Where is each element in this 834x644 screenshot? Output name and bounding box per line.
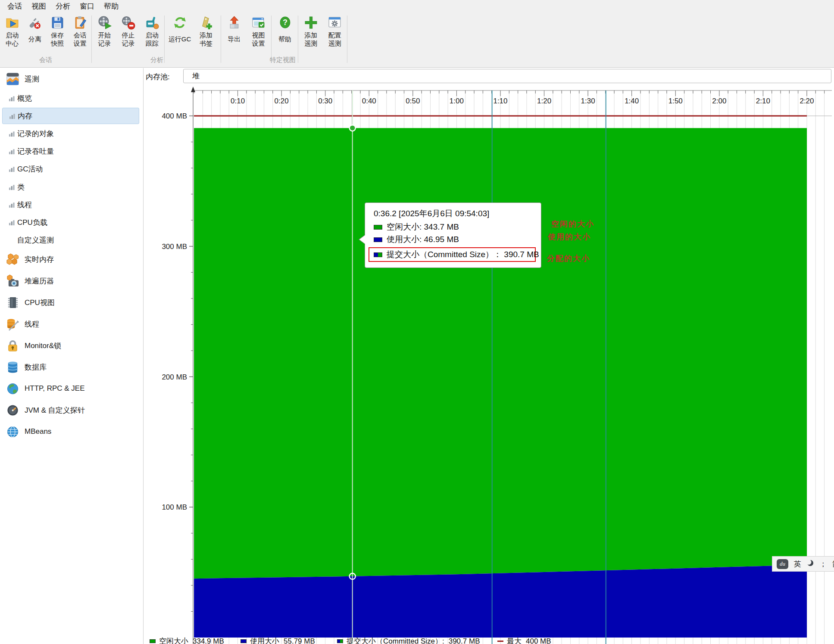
save-snapshot-icon <box>50 16 65 30</box>
menu-view[interactable]: 视图 <box>27 0 51 12</box>
legend-used: 使用大小55.79 MB <box>241 636 315 644</box>
run-gc-button[interactable]: 运行GC <box>168 15 191 43</box>
svg-text:2:20: 2:20 <box>800 97 814 105</box>
chart-bottom-legend: 空闲大小334.9 MB 使用大小55.79 MB 提交大小（Committed… <box>144 636 834 644</box>
sidebar-item-custom-telemetry[interactable]: 自定义遥测 <box>0 232 143 248</box>
run-gc-icon <box>173 16 187 30</box>
legend-max: 最大400 MB <box>497 636 551 644</box>
view-settings-button[interactable]: 视图设置 <box>247 15 270 47</box>
moon-icon[interactable] <box>807 560 814 569</box>
sidebar-item-cpu-views[interactable]: CPU视图 <box>0 294 143 311</box>
export-icon <box>227 16 241 30</box>
memory-pool-value: 堆 <box>192 72 200 80</box>
memory-pool-select[interactable]: 堆 <box>183 69 831 83</box>
annotation-free-size: 空闲的大小 <box>551 219 594 229</box>
stop-recording-icon <box>121 16 135 30</box>
free-size-swatch <box>374 225 382 230</box>
add-bookmark-label: 添加书签 <box>200 31 212 47</box>
ime-toolbar: du 英 ； 简 <box>772 556 834 572</box>
telemetry-icon <box>6 72 19 86</box>
start-tracking-button[interactable]: 启动跟踪 <box>141 15 164 47</box>
sidebar-item-label: JVM & 自定义探针 <box>25 405 85 415</box>
svg-text:1:50: 1:50 <box>668 97 683 105</box>
menu-help[interactable]: 帮助 <box>99 0 123 12</box>
sidebar-item-http-rpc-jee[interactable]: HTTP, RPC & JEE <box>0 380 143 397</box>
toolbar-divider <box>347 16 347 63</box>
sidebar-item-heap-walker[interactable]: 堆遍历器 <box>0 273 143 289</box>
baidu-ime-icon[interactable]: du <box>777 559 788 569</box>
memory-telemetry-chart[interactable]: 0:100:200:300:400:501:001:101:201:301:40… <box>144 86 834 644</box>
launch-center-icon <box>5 16 19 30</box>
sidebar-item-label: 自定义遥测 <box>17 235 54 245</box>
mini-bar-chart-icon <box>9 148 15 155</box>
sidebar-item-live-memory[interactable]: 实时内存 <box>0 251 143 268</box>
tooltip-free-size-row: 空闲大小: 343.7 MB <box>374 221 536 233</box>
sidebar-item-threads[interactable]: 线程 <box>0 316 143 332</box>
sidebar-item-memory[interactable]: 内存 <box>2 108 139 124</box>
svg-text:200 MB: 200 MB <box>162 373 187 381</box>
ime-punctuation-toggle[interactable]: ； <box>819 559 827 569</box>
session-settings-label: 会话设置 <box>74 31 87 47</box>
start-tracking-icon <box>145 16 159 30</box>
legend-committed-swatch <box>337 639 343 643</box>
ime-simplified-toggle[interactable]: 简 <box>832 559 834 569</box>
start-recording-button[interactable]: 开始记录 <box>93 15 116 47</box>
globe-icon <box>6 382 19 395</box>
svg-text:0:30: 0:30 <box>318 97 332 105</box>
session-settings-button[interactable]: 会话设置 <box>69 15 92 47</box>
legend-free-swatch <box>150 639 156 643</box>
ime-language-toggle[interactable]: 英 <box>794 559 801 569</box>
save-snapshot-button[interactable]: 保存快照 <box>46 15 69 47</box>
sidebar-item-recorded-objects[interactable]: 记录的对象 <box>0 125 143 142</box>
sidebar-item-recorded-throughput[interactable]: 记录吞吐量 <box>0 143 143 159</box>
annotation-allocated-size: 分配的大小 <box>547 253 590 264</box>
save-snapshot-label: 保存快照 <box>51 31 64 47</box>
svg-text:0:50: 0:50 <box>406 97 420 105</box>
launch-center-label: 启动中心 <box>6 31 19 47</box>
toolbar-group-0: 启动中心分离保存快照会话设置 <box>1 15 91 56</box>
configure-telemetry-button[interactable]: 配置遥测 <box>323 15 347 47</box>
sidebar-item-label: 记录的对象 <box>17 129 54 139</box>
menu-window[interactable]: 窗口 <box>75 0 99 12</box>
toolbar-group-1: 开始记录停止记录启动跟踪 <box>92 15 164 56</box>
menu-analyze[interactable]: 分析 <box>51 0 75 12</box>
sidebar-item-gc-activity[interactable]: GC活动 <box>0 161 143 177</box>
legend-committed: 提交大小（Committed Size）:390.7 MB <box>337 636 480 644</box>
view-settings-label: 视图设置 <box>252 31 265 47</box>
sidebar-item-label: 数据库 <box>25 362 47 372</box>
mini-bar-chart-icon <box>9 113 16 119</box>
menu-session[interactable]: 会话 <box>3 0 27 12</box>
sidebar-item-threads-telemetry[interactable]: 线程 <box>0 196 143 213</box>
start-tracking-label: 启动跟踪 <box>146 31 159 47</box>
monitor-locks-icon <box>6 339 19 352</box>
legend-free: 空闲大小334.9 MB <box>150 636 224 644</box>
svg-text:0:20: 0:20 <box>275 97 289 105</box>
launch-center-button[interactable]: 启动中心 <box>1 15 24 47</box>
stop-recording-button[interactable]: 停止记录 <box>117 15 140 47</box>
mini-bar-chart-icon <box>9 184 15 190</box>
add-telemetry-button[interactable]: 添加遥测 <box>299 15 322 47</box>
sidebar-item-mbeans[interactable]: MBeans <box>0 423 143 440</box>
sidebar-item-label: GC活动 <box>17 164 43 174</box>
sidebar-item-databases[interactable]: 数据库 <box>0 359 143 375</box>
sidebar-item-cpu-load[interactable]: CPU负载 <box>0 214 143 230</box>
sidebar-item-label: 实时内存 <box>25 255 54 264</box>
sidebar-item-telemetry[interactable]: 遥测 <box>0 71 143 87</box>
export-button[interactable]: 导出 <box>222 15 246 43</box>
sidebar-item-jvm-probes[interactable]: JVM & 自定义探针 <box>0 402 143 418</box>
add-bookmark-button[interactable]: 添加书签 <box>194 15 218 47</box>
memory-pool-label: 内存池: <box>146 72 170 82</box>
sidebar-item-label: 概览 <box>17 93 32 103</box>
sidebar-item-overview[interactable]: 概览 <box>0 90 143 106</box>
toolbar-ribbon: 启动中心分离保存快照会话设置开始记录停止记录启动跟踪运行GC添加书签导出视图设置… <box>0 12 834 68</box>
detach-button[interactable]: 分离 <box>24 15 47 43</box>
sidebar-item-monitor-locks[interactable]: Monitor&锁 <box>0 337 143 354</box>
toolbar-group-label: 分析 <box>131 56 183 64</box>
mini-bar-chart-icon <box>9 166 15 172</box>
help-button[interactable]: ?帮助 <box>273 15 297 43</box>
sidebar-item-label: 记录吞吐量 <box>17 146 54 156</box>
svg-text:1:30: 1:30 <box>581 97 595 105</box>
svg-text:1:00: 1:00 <box>450 97 464 105</box>
menu-bar: 会话 视图 分析 窗口 帮助 <box>0 0 834 12</box>
sidebar-item-classes[interactable]: 类 <box>0 179 143 195</box>
